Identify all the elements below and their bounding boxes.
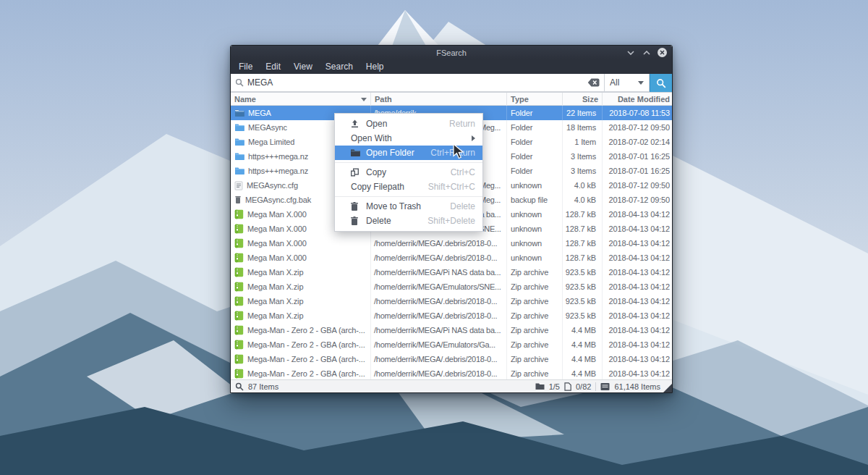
- archive-icon: [234, 238, 244, 248]
- folder-icon: [234, 167, 244, 175]
- desktop: FSearch FileEditViewSearchHelp: [0, 0, 868, 475]
- archive-icon: [234, 224, 244, 234]
- table-row[interactable]: Mega Man X.zip /home/derrik/MEGA/Pi NAS …: [231, 265, 672, 279]
- menu-item-shortcut: Shift+Ctrl+C: [428, 182, 475, 192]
- context-menu: OpenReturnOpen WithOpen FolderCtrl+Retur…: [334, 113, 483, 232]
- folder-count-icon: [535, 382, 545, 390]
- search-toolbar: All: [231, 74, 672, 93]
- menubar-item-file[interactable]: File: [232, 59, 259, 74]
- menu-item-shortcut: Shift+Delete: [427, 216, 475, 226]
- menu-item-shortcut: Return: [449, 119, 475, 129]
- statusbar-divider: [595, 382, 596, 391]
- search-button[interactable]: [650, 74, 672, 92]
- archive-icon: [234, 311, 244, 321]
- minimize-button[interactable]: [626, 48, 635, 57]
- database-count: 61,148 Items: [614, 382, 660, 391]
- context-menu-item-copy[interactable]: CopyCtrl+C: [335, 165, 482, 180]
- copy-icon: [350, 168, 359, 177]
- file-count: 0/82: [576, 382, 591, 391]
- archive-icon: [234, 340, 244, 350]
- search-field[interactable]: [231, 74, 605, 92]
- statusbar: 87 Items 1/5 0/82 61,148 Items: [231, 379, 672, 392]
- menubar: FileEditViewSearchHelp: [231, 59, 672, 74]
- table-row[interactable]: Mega-Man - Zero 2 - GBA (arch-... /home/…: [231, 337, 672, 352]
- folder-selected-icon: [234, 109, 244, 117]
- table-row[interactable]: Mega-Man - Zero 2 - GBA (arch-... /home/…: [231, 366, 672, 379]
- context-menu-item-move-to-trash[interactable]: Move to TrashDelete: [335, 199, 482, 214]
- trash-icon: [350, 202, 359, 211]
- folder-icon: [234, 152, 244, 161]
- context-menu-item-copy-filepath[interactable]: Copy FilepathShift+Ctrl+C: [335, 180, 482, 194]
- table-row[interactable]: Mega Man X.zip /home/derrik/MEGA/.debris…: [231, 294, 672, 308]
- menubar-item-edit[interactable]: Edit: [259, 59, 287, 74]
- items-count: 87 Items: [248, 382, 278, 391]
- column-header-size[interactable]: Size: [563, 93, 603, 106]
- menu-item-label: Open: [366, 119, 387, 129]
- archive-icon: [234, 253, 244, 263]
- menu-item-label: Open With: [351, 133, 392, 143]
- open-icon: [350, 119, 359, 129]
- table-row[interactable]: Mega-Man - Zero 2 - GBA (arch-... /home/…: [231, 323, 672, 337]
- menubar-item-view[interactable]: View: [287, 59, 319, 74]
- column-header-name[interactable]: Name: [231, 93, 371, 106]
- menu-item-shortcut: Delete: [450, 201, 475, 211]
- table-row[interactable]: Mega Man X.zip /home/derrik/MEGA/.debris…: [231, 308, 672, 323]
- archive-icon: [234, 325, 244, 335]
- table-row[interactable]: Mega-Man - Zero 2 - GBA (arch-... /home/…: [231, 352, 672, 366]
- folder-dark-icon: [350, 148, 360, 157]
- archive-icon: [234, 369, 244, 379]
- archive-icon: [234, 354, 244, 364]
- maximize-button[interactable]: [642, 48, 651, 57]
- archive-icon: [234, 267, 244, 277]
- submenu-arrow-icon: [472, 135, 475, 141]
- folder-count: 1/5: [549, 382, 560, 391]
- menu-item-label: Copy: [366, 167, 386, 177]
- search-button-icon: [656, 78, 666, 88]
- sort-descending-icon: [361, 98, 367, 101]
- column-header-type[interactable]: Type: [507, 93, 563, 106]
- menu-item-label: Open Folder: [366, 148, 414, 158]
- file-count-icon: [564, 382, 571, 391]
- menu-item-shortcut: Ctrl+C: [451, 167, 475, 177]
- context-menu-item-open[interactable]: OpenReturn: [335, 117, 482, 131]
- text-file-icon: [234, 181, 243, 190]
- table-row[interactable]: Mega Man X.000 /home/derrik/MEGA/.debris…: [231, 236, 672, 251]
- column-header-date-modified[interactable]: Date Modified: [603, 93, 673, 106]
- close-button[interactable]: [658, 48, 667, 57]
- menu-item-label: Delete: [366, 216, 391, 226]
- folder-icon: [234, 138, 244, 146]
- window-title: FSearch: [231, 49, 672, 57]
- menu-item-label: Move to Trash: [366, 201, 421, 211]
- context-menu-item-delete[interactable]: DeleteShift+Delete: [335, 214, 482, 228]
- table-row[interactable]: Mega Man X.zip /home/derrik/MEGA/Emulato…: [231, 279, 672, 294]
- column-header-path[interactable]: Path: [371, 93, 507, 106]
- mouse-cursor-icon: [453, 143, 464, 159]
- menu-item-label: Copy Filepath: [351, 182, 404, 192]
- table-row[interactable]: Mega Man X.000 /home/derrik/MEGA/.debris…: [231, 251, 672, 265]
- chevron-down-icon: [638, 81, 644, 85]
- search-input[interactable]: [247, 77, 584, 88]
- titlebar[interactable]: FSearch: [231, 46, 672, 59]
- menu-separator: [335, 194, 482, 199]
- archive-icon: [234, 296, 244, 306]
- database-icon: [600, 382, 610, 391]
- filter-value: All: [610, 77, 619, 88]
- search-count-icon: [235, 382, 244, 391]
- menubar-item-search[interactable]: Search: [319, 59, 359, 74]
- archive-icon: [234, 282, 244, 292]
- folder-icon: [234, 123, 244, 132]
- menu-separator: [335, 160, 482, 165]
- filter-dropdown[interactable]: All: [605, 74, 650, 92]
- clear-search-icon[interactable]: [587, 78, 600, 87]
- archive-icon: [234, 209, 244, 219]
- resize-grip[interactable]: [663, 384, 672, 392]
- backup-file-icon: [234, 196, 242, 204]
- search-icon: [235, 78, 244, 87]
- trash-icon: [350, 217, 359, 226]
- table-header: Name Path Type Size Date Modified: [231, 93, 672, 106]
- menubar-item-help[interactable]: Help: [359, 59, 391, 74]
